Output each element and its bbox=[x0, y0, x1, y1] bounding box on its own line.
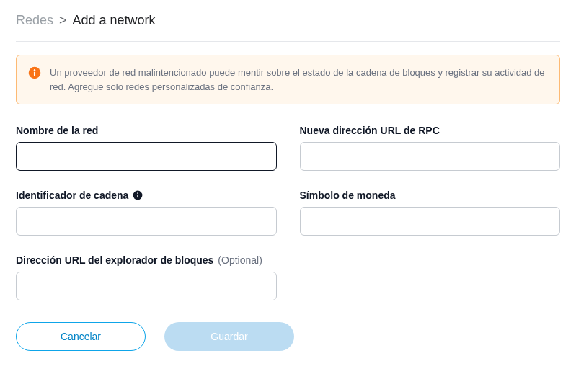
save-button[interactable]: Guardar bbox=[164, 322, 294, 351]
label-rpc-url: Nueva dirección URL de RPC bbox=[300, 125, 440, 136]
input-network-name[interactable] bbox=[16, 142, 277, 171]
field-block-explorer: Dirección URL del explorador de bloques … bbox=[16, 254, 277, 300]
field-currency-symbol: Símbolo de moneda bbox=[300, 190, 561, 236]
svg-point-5 bbox=[138, 192, 139, 194]
field-network-name: Nombre de la red bbox=[16, 125, 277, 171]
cancel-button[interactable]: Cancelar bbox=[16, 322, 146, 351]
label-chain-id: Identificador de cadena bbox=[16, 190, 128, 201]
input-currency-symbol[interactable] bbox=[300, 207, 561, 236]
svg-rect-4 bbox=[138, 195, 138, 197]
field-rpc-url: Nueva dirección URL de RPC bbox=[300, 125, 561, 171]
input-chain-id[interactable] bbox=[16, 207, 277, 236]
breadcrumb-current: Add a network bbox=[73, 13, 156, 28]
actions-row: Cancelar Guardar bbox=[16, 322, 560, 351]
warning-banner: Un proveedor de red malintencionado pued… bbox=[16, 55, 560, 104]
warning-text: Un proveedor de red malintencionado pued… bbox=[50, 66, 548, 94]
label-optional: (Optional) bbox=[218, 254, 262, 266]
input-rpc-url[interactable] bbox=[300, 142, 561, 171]
input-block-explorer[interactable] bbox=[16, 272, 277, 300]
svg-point-2 bbox=[34, 69, 35, 71]
breadcrumb-separator: > bbox=[59, 13, 67, 28]
form-grid: Nombre de la red Nueva dirección URL de … bbox=[16, 125, 560, 300]
label-network-name: Nombre de la red bbox=[16, 125, 98, 136]
breadcrumb: Redes > Add a network bbox=[16, 13, 560, 28]
label-block-explorer: Dirección URL del explorador de bloques bbox=[16, 254, 213, 266]
field-chain-id: Identificador de cadena bbox=[16, 190, 277, 236]
divider bbox=[16, 41, 560, 42]
breadcrumb-previous[interactable]: Redes bbox=[16, 13, 53, 28]
info-icon bbox=[28, 66, 41, 79]
tooltip-icon[interactable] bbox=[133, 190, 143, 200]
svg-rect-1 bbox=[34, 72, 35, 76]
label-currency-symbol: Símbolo de moneda bbox=[300, 190, 396, 201]
